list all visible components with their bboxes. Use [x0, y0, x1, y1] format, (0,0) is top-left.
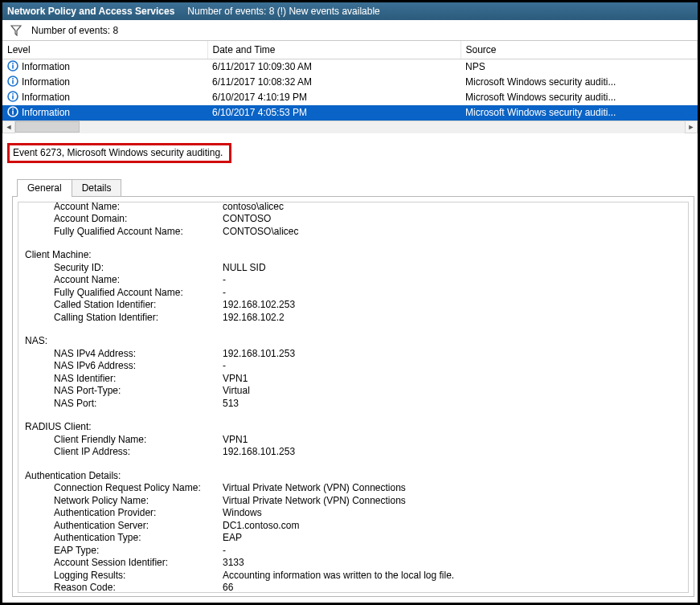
- detail-scroll-area[interactable]: Account Name:contoso\alicecAccount Domai…: [18, 202, 689, 593]
- detail-field: Reason Code:66: [25, 582, 682, 593]
- detail-field: Fully Qualified Account Name:CONTOSO\ali…: [25, 226, 682, 239]
- svg-rect-10: [12, 110, 14, 114]
- row-source: NPS: [461, 59, 698, 75]
- info-icon: [7, 106, 18, 120]
- event-header-highlight: Event 6273, Microsoft Windows security a…: [7, 143, 231, 163]
- detail-key: Fully Qualified Account Name:: [25, 287, 223, 300]
- info-icon: [7, 91, 18, 104]
- detail-field: Authentication Provider:Windows: [25, 507, 682, 520]
- col-source[interactable]: Source: [461, 41, 698, 59]
- info-icon: [7, 76, 18, 89]
- tab-details-label: Details: [82, 182, 112, 194]
- titlebar-title: Network Policy and Access Services: [7, 6, 174, 17]
- detail-key: Client Friendly Name:: [25, 434, 223, 447]
- tab-general[interactable]: General: [17, 179, 72, 197]
- detail-value: 513: [223, 398, 239, 411]
- detail-field: Client IP Address:192.168.101.253: [25, 446, 682, 459]
- row-datetime: 6/10/2017 4:10:19 PM: [207, 90, 461, 105]
- detail-key: EAP Type:: [25, 545, 223, 558]
- col-level[interactable]: Level: [2, 41, 207, 59]
- detail-value: -: [223, 545, 226, 558]
- detail-value: 192.168.101.253: [223, 446, 295, 459]
- detail-value: Virtual Private Network (VPN) Connection…: [223, 482, 406, 495]
- detail-key: Account Name:: [25, 274, 223, 287]
- svg-rect-7: [12, 95, 14, 99]
- events-grid[interactable]: Level Date and Time Source Information 6…: [2, 41, 698, 133]
- row-datetime: 6/10/2017 4:05:53 PM: [207, 105, 461, 121]
- detail-field: NAS Port:513: [25, 398, 682, 411]
- detail-key: Account Name:: [25, 202, 223, 214]
- detail-field: Account Name:contoso\alicec: [25, 202, 682, 214]
- svg-rect-11: [12, 108, 14, 110]
- row-datetime: 6/11/2017 10:08:32 AM: [207, 75, 461, 90]
- detail-field: Connection Request Policy Name:Virtual P…: [25, 482, 682, 495]
- detail-value: Virtual: [223, 385, 250, 398]
- detail-key: Calling Station Identifier:: [25, 312, 223, 325]
- row-source: Microsoft Windows security auditi...: [461, 75, 698, 90]
- svg-rect-2: [12, 63, 14, 64]
- detail-value: contoso\alicec: [223, 202, 284, 214]
- detail-value: Virtual Private Network (VPN) Connection…: [223, 495, 406, 508]
- detail-value: CONTOSO: [223, 213, 271, 226]
- table-row[interactable]: Information 6/10/2017 4:05:53 PM Microso…: [2, 105, 698, 121]
- tab-details[interactable]: Details: [72, 179, 122, 197]
- detail-value: 3133: [223, 557, 244, 570]
- table-row[interactable]: Information 6/10/2017 4:10:19 PM Microso…: [2, 90, 698, 105]
- detail-key: Client IP Address:: [25, 446, 223, 459]
- detail-field: Client Friendly Name:VPN1: [25, 434, 682, 447]
- detail-value: 192.168.101.253: [223, 348, 295, 361]
- row-datetime: 6/11/2017 10:09:30 AM: [207, 59, 461, 75]
- event-header-row: Event 6273, Microsoft Windows security a…: [2, 140, 698, 166]
- info-icon: [7, 60, 18, 74]
- detail-field: NAS IPv6 Address:-: [25, 360, 682, 373]
- detail-value: -: [223, 287, 226, 300]
- filter-icon[interactable]: [10, 25, 22, 36]
- row-source: Microsoft Windows security auditi...: [461, 105, 698, 121]
- detail-key: Authentication Type:: [25, 532, 223, 545]
- scroll-thumb[interactable]: [15, 121, 80, 133]
- svg-rect-8: [12, 93, 14, 95]
- horizontal-scrollbar[interactable]: ◄ ►: [2, 121, 698, 133]
- detail-key: Called Station Identifier:: [25, 299, 223, 312]
- detail-key: Fully Qualified Account Name:: [25, 226, 223, 239]
- scroll-right-arrow[interactable]: ►: [685, 121, 698, 133]
- detail-field: NAS IPv4 Address:192.168.101.253: [25, 348, 682, 361]
- svg-rect-1: [12, 64, 14, 68]
- scroll-left-arrow[interactable]: ◄: [2, 121, 15, 133]
- detail-value: Windows: [223, 507, 262, 520]
- row-source: Microsoft Windows security auditi...: [461, 90, 698, 105]
- detail-field: Fully Qualified Account Name:-: [25, 287, 682, 300]
- row-level: Information: [22, 61, 70, 72]
- detail-value: -: [223, 360, 226, 373]
- detail-section-title: NAS:: [25, 335, 682, 348]
- detail-value: VPN1: [223, 434, 248, 447]
- table-row[interactable]: Information 6/11/2017 10:09:30 AM NPS: [2, 59, 698, 75]
- detail-key: NAS IPv4 Address:: [25, 348, 223, 361]
- detail-key: Network Policy Name:: [25, 495, 223, 508]
- detail-field: Authentication Type:EAP: [25, 532, 682, 545]
- detail-value: 192.168.102.2: [223, 312, 285, 325]
- col-datetime[interactable]: Date and Time: [207, 41, 461, 59]
- detail-value: 192.168.102.253: [223, 299, 295, 312]
- detail-key: Authentication Provider:: [25, 507, 223, 520]
- detail-key: Connection Request Policy Name:: [25, 482, 223, 495]
- detail-key: Account Domain:: [25, 213, 223, 226]
- detail-key: NAS Identifier:: [25, 373, 223, 386]
- row-level: Information: [22, 76, 70, 88]
- event-header-text: Event 6273, Microsoft Windows security a…: [13, 147, 223, 158]
- row-level: Information: [22, 92, 70, 103]
- row-level: Information: [22, 107, 70, 118]
- titlebar-count: Number of events: 8 (!) New events avail…: [187, 6, 379, 17]
- detail-key: Authentication Server:: [25, 520, 223, 533]
- detail-field: Network Policy Name:Virtual Private Netw…: [25, 495, 682, 508]
- filter-count-label: Number of events: 8: [31, 25, 118, 36]
- tab-general-label: General: [27, 182, 62, 194]
- detail-field: Called Station Identifier:192.168.102.25…: [25, 299, 682, 312]
- detail-field: NAS Port-Type:Virtual: [25, 385, 682, 398]
- detail-key: NAS Port:: [25, 398, 223, 411]
- table-row[interactable]: Information 6/11/2017 10:08:32 AM Micros…: [2, 75, 698, 90]
- detail-value: 66: [223, 582, 233, 593]
- detail-key: Account Session Identifier:: [25, 557, 223, 570]
- detail-key: Reason Code:: [25, 582, 223, 593]
- grid-header-row[interactable]: Level Date and Time Source: [2, 41, 698, 59]
